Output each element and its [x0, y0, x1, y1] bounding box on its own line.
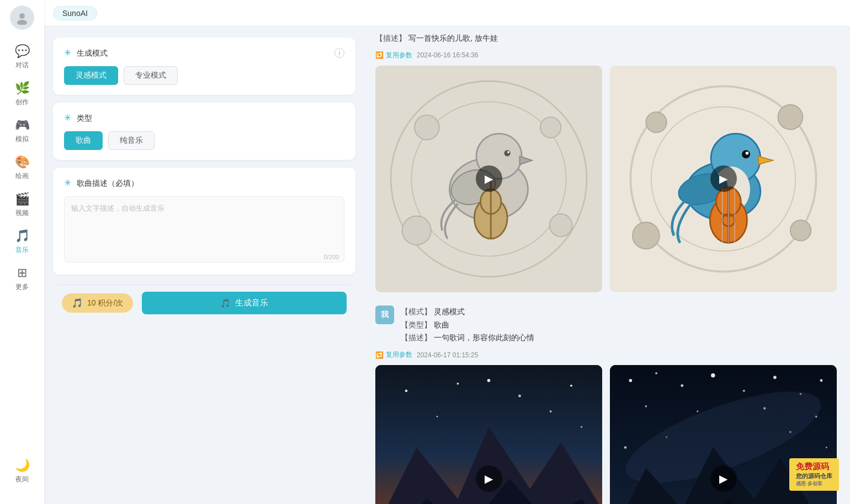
type-asterisk: ✳: [64, 113, 71, 122]
music-card-bird-1[interactable]: ▶: [375, 66, 602, 292]
song-type-button[interactable]: 歌曲: [64, 131, 103, 150]
instrumental-type-button[interactable]: 纯音乐: [108, 131, 155, 150]
chat-header-2: 【模式】 灵感模式 【类型】 歌曲 【描述】 一句歌词，形容你此刻的心情: [401, 305, 534, 345]
chat-header-1: 【描述】 写一首快乐的儿歌, 放牛娃: [375, 32, 837, 45]
watermark-small: 感恩·多创客: [796, 480, 832, 487]
sidebar-item-video[interactable]: 🎬 视频: [0, 186, 44, 223]
svg-point-0: [19, 13, 25, 19]
sidebar-item-more-label: 更多: [15, 282, 29, 292]
mode-btn-group: 灵感模式 专业模式: [64, 66, 344, 85]
svg-point-1: [17, 20, 27, 25]
video-icon: 🎬: [15, 192, 30, 206]
type-title-text: 类型: [77, 114, 92, 122]
sidebar-item-create[interactable]: 🌿 创作: [0, 76, 44, 112]
left-panel: ✳ 生成模式 i 灵感模式 专业模式 ✳ 类型: [44, 26, 364, 504]
play-button-4[interactable]: ▶: [710, 465, 737, 492]
user-avatar: 我: [375, 305, 394, 324]
watermark-sub: 您的源码仓库: [796, 472, 832, 480]
reuse-link-2[interactable]: 🔁 复用参数: [375, 350, 412, 360]
desc-asterisk: ✳: [64, 178, 71, 187]
desc-label-2: 【描述】: [401, 333, 432, 342]
mode-asterisk: ✳: [64, 48, 71, 57]
content-row: ✳ 生成模式 i 灵感模式 专业模式 ✳ 类型: [44, 26, 850, 504]
desc-card: ✳ 歌曲描述（必填） 0/200: [53, 168, 355, 275]
credits-badge: 🎵 10 积分/次: [62, 293, 133, 313]
generate-button[interactable]: 🎵 生成音乐: [142, 292, 347, 314]
create-icon: 🌿: [15, 81, 30, 95]
reuse-label-1: 复用参数: [386, 51, 412, 60]
desc-line-2: 【描述】 一句歌词，形容你此刻的心情: [401, 331, 534, 345]
sidebar-item-music-label: 音乐: [15, 245, 29, 255]
tab-bar: SunoAI: [44, 0, 850, 26]
music-card-night-1[interactable]: ▶: [375, 365, 602, 504]
play-overlay-3: ▶: [375, 365, 602, 504]
play-button-1[interactable]: ▶: [476, 165, 502, 192]
reuse-icon-1: 🔁: [375, 51, 384, 59]
sidebar-item-chat-label: 对话: [15, 61, 29, 70]
credits-label: 10 积分/次: [87, 298, 123, 308]
bottom-bar: 🎵 10 积分/次 🎵 生成音乐: [53, 285, 355, 321]
sidebar: 💬 对话 🌿 创作 🎮 模拟 🎨 绘画 🎬 视频 🎵 音乐 ⊞ 更多 🌙 夜间: [0, 0, 44, 504]
mode-title-text: 生成模式: [77, 49, 108, 57]
more-icon: ⊞: [17, 266, 27, 280]
watermark: 免费源码 您的源码仓库 感恩·多创客: [789, 458, 839, 491]
chat-message-row-2: 我 【模式】 灵感模式 【类型】 歌曲 【描述】 一句歌词，形容你此刻的心情: [375, 305, 837, 345]
music-cards-1: ▶: [375, 66, 837, 292]
credits-music-icon: 🎵: [72, 298, 83, 308]
sidebar-item-night[interactable]: 🌙 夜间: [0, 453, 44, 490]
music-icon: 🎵: [15, 229, 30, 243]
sidebar-item-more[interactable]: ⊞ 更多: [0, 260, 44, 297]
inspiration-mode-button[interactable]: 灵感模式: [64, 66, 118, 85]
reuse-label-2: 复用参数: [386, 350, 412, 360]
sidebar-item-simulate-label: 模拟: [15, 135, 29, 144]
type-value-2: 歌曲: [434, 320, 449, 329]
desc-card-title: ✳ 歌曲描述（必填）: [64, 178, 344, 189]
timestamp-row-1: 🔁 复用参数 2024-06-16 16:54:36: [375, 51, 837, 60]
desc-value-1: 写一首快乐的儿歌, 放牛娃: [408, 34, 498, 42]
mode-info-icon[interactable]: i: [334, 48, 344, 58]
sidebar-item-chat[interactable]: 💬 对话: [0, 39, 44, 76]
mode-line-2: 【模式】 灵感模式: [401, 305, 534, 319]
type-card-title: ✳ 类型: [64, 112, 344, 124]
draw-icon: 🎨: [15, 155, 30, 169]
right-panel: 【描述】 写一首快乐的儿歌, 放牛娃 🔁 复用参数 2024-06-16 16:…: [364, 26, 850, 504]
sidebar-item-music[interactable]: 🎵 音乐: [0, 223, 44, 260]
avatar: [10, 6, 34, 30]
desc-title-text: 歌曲描述（必填）: [77, 179, 139, 187]
sidebar-item-create-label: 创作: [15, 98, 29, 107]
chat-section-2: 我 【模式】 灵感模式 【类型】 歌曲 【描述】 一句歌词，形容你此刻的心情: [375, 305, 837, 504]
timestamp-1: 2024-06-16 16:54:36: [417, 51, 478, 59]
moon-icon: 🌙: [15, 458, 30, 473]
play-overlay-1: ▶: [375, 66, 602, 292]
reuse-icon-2: 🔁: [375, 351, 384, 359]
tab-sunoai[interactable]: SunoAI: [53, 6, 97, 20]
mode-card: ✳ 生成模式 i 灵感模式 专业模式: [53, 37, 355, 95]
chat-section-1: 【描述】 写一首快乐的儿歌, 放牛娃 🔁 复用参数 2024-06-16 16:…: [375, 32, 837, 292]
sidebar-item-draw[interactable]: 🎨 绘画: [0, 149, 44, 186]
mode-value-2: 灵感模式: [434, 307, 465, 316]
type-card: ✳ 类型 歌曲 纯音乐: [53, 103, 355, 160]
desc-textarea[interactable]: [64, 196, 344, 262]
timestamp-row-2: 🔁 复用参数 2024-06-17 01:15:25: [375, 350, 837, 360]
sidebar-item-simulate[interactable]: 🎮 模拟: [0, 112, 44, 149]
mode-card-title: ✳ 生成模式 i: [64, 47, 344, 58]
reuse-link-1[interactable]: 🔁 复用参数: [375, 51, 412, 60]
type-label-2: 【类型】: [401, 320, 432, 329]
timestamp-2: 2024-06-17 01:15:25: [417, 351, 478, 359]
watermark-main: 免费源码: [796, 462, 832, 472]
music-card-bird-2[interactable]: ▶: [610, 66, 837, 292]
play-overlay-2: ▶: [610, 66, 837, 292]
play-button-3[interactable]: ▶: [476, 465, 502, 492]
sidebar-item-draw-label: 绘画: [15, 171, 29, 181]
sidebar-item-video-label: 视频: [15, 208, 29, 218]
generate-music-icon: 🎵: [220, 298, 231, 308]
simulate-icon: 🎮: [15, 118, 30, 132]
sidebar-night-label: 夜间: [15, 475, 29, 484]
type-line-2: 【类型】 歌曲: [401, 319, 534, 332]
main-area: SunoAI ✳ 生成模式 i 灵感模式 专业模式: [44, 0, 850, 504]
char-count: 0/200: [323, 254, 339, 260]
professional-mode-button[interactable]: 专业模式: [124, 66, 178, 85]
sidebar-bottom: 🌙 夜间: [0, 453, 44, 498]
play-button-2[interactable]: ▶: [710, 165, 737, 192]
generate-label: 生成音乐: [235, 298, 268, 308]
